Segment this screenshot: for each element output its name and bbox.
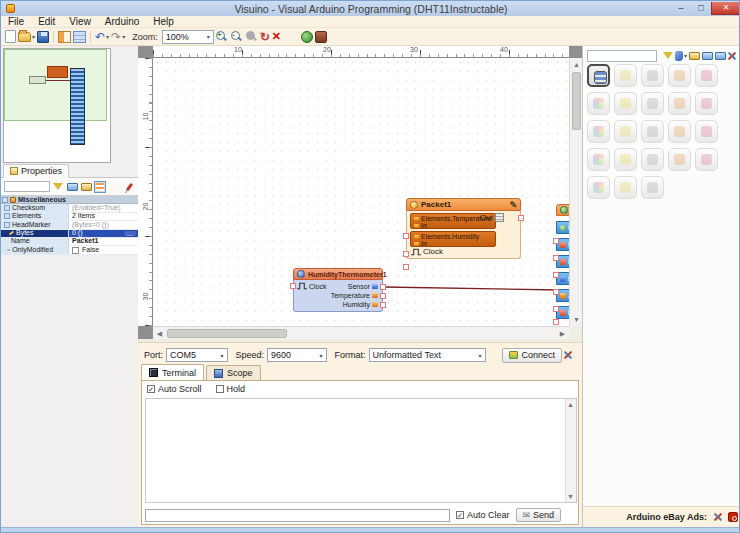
toggle-palette-panel-button[interactable] bbox=[73, 30, 86, 44]
arduino-analog-pin[interactable] bbox=[553, 306, 559, 312]
palette-category-button[interactable] bbox=[668, 64, 691, 87]
design-canvas[interactable]: Packet1 ✎ Elements.Temperature In Elemen… bbox=[153, 58, 569, 326]
properties-pin-button[interactable] bbox=[123, 181, 135, 193]
palette-category-button[interactable] bbox=[668, 148, 691, 171]
palette-category-button[interactable] bbox=[614, 148, 637, 171]
expand-icon[interactable] bbox=[4, 222, 10, 228]
arduino-digital-pin-connected[interactable] bbox=[553, 289, 559, 295]
humiditythermometer1-component[interactable]: HumidityThermometer1 Clock Sensor Temper… bbox=[293, 268, 383, 312]
packet-out-pin-label[interactable]: Out bbox=[480, 213, 504, 222]
properties-category-button[interactable] bbox=[66, 181, 78, 193]
terminal-send-input[interactable] bbox=[145, 509, 450, 522]
properties-view-button[interactable] bbox=[94, 181, 106, 193]
zoom-select[interactable]: 100% ▾ bbox=[162, 30, 214, 44]
toggle-properties-panel-button[interactable] bbox=[58, 30, 71, 44]
property-row-bytes-selected[interactable]: Bytes 0 () … bbox=[1, 230, 138, 238]
tab-properties[interactable]: Properties bbox=[3, 164, 69, 178]
zoom-in-button[interactable]: + bbox=[215, 30, 228, 44]
serial-customize-button[interactable] bbox=[562, 349, 574, 361]
open-file-button[interactable]: ▾ bbox=[18, 30, 35, 44]
palette-category-button[interactable] bbox=[668, 120, 691, 143]
canvas-vertical-scrollbar[interactable]: ▲ ▼ bbox=[569, 58, 582, 326]
scroll-up-arrow[interactable]: ▲ bbox=[565, 399, 576, 410]
new-file-button[interactable] bbox=[5, 30, 16, 44]
property-row-checksum[interactable]: Checksum (Enabled=True) bbox=[1, 204, 138, 212]
palette-folder2-button[interactable] bbox=[715, 50, 726, 62]
humiditythermometer1-header[interactable]: HumidityThermometer1 bbox=[293, 268, 383, 280]
ads-settings-button[interactable] bbox=[712, 511, 724, 523]
undo-button[interactable]: ↶▾ bbox=[95, 30, 109, 44]
overview-minimap[interactable] bbox=[3, 48, 111, 163]
humidity-sensor-pin[interactable] bbox=[380, 284, 386, 290]
speed-select[interactable]: 9600 ▾ bbox=[267, 348, 327, 362]
menu-file[interactable]: File bbox=[1, 16, 31, 27]
auto-scroll-checkbox[interactable]: ✓ bbox=[147, 385, 155, 393]
properties-sort-button[interactable] bbox=[80, 181, 92, 193]
palette-category-button[interactable] bbox=[641, 64, 664, 87]
palette-wizard-button[interactable]: ▾ bbox=[675, 50, 687, 62]
zoom-out-button[interactable]: - bbox=[230, 30, 243, 44]
arduino-digital-pin[interactable] bbox=[553, 255, 559, 261]
arduino-digital-pin[interactable] bbox=[553, 319, 559, 325]
delete-button[interactable]: ✕ bbox=[272, 30, 281, 44]
packet1-component[interactable]: Packet1 ✎ Elements.Temperature In Elemen… bbox=[406, 198, 521, 259]
connect-button[interactable]: Connect bbox=[502, 348, 563, 363]
humidity-humidity-pin[interactable] bbox=[380, 302, 386, 308]
vertical-scroll-thumb[interactable] bbox=[572, 72, 581, 130]
packet-in2-pin[interactable] bbox=[403, 251, 409, 257]
humidity-sensor-pin-label[interactable]: Sensor bbox=[348, 282, 378, 290]
packet-in1-pin[interactable] bbox=[403, 233, 409, 239]
palette-category-button[interactable] bbox=[587, 92, 610, 115]
expand-icon[interactable] bbox=[4, 205, 10, 211]
arduino-header[interactable]: Ard bbox=[556, 204, 569, 216]
arduino-in-pin[interactable] bbox=[553, 238, 559, 244]
palette-category-button[interactable] bbox=[668, 92, 691, 115]
palette-category-button[interactable] bbox=[695, 148, 718, 171]
tab-scope[interactable]: Scope bbox=[206, 365, 261, 380]
send-button[interactable]: ✉ Send bbox=[516, 508, 562, 522]
property-row-elements[interactable]: Elements 2 Items bbox=[1, 213, 138, 221]
expand-icon[interactable] bbox=[4, 213, 10, 219]
minimap-viewport[interactable] bbox=[4, 49, 107, 121]
edit-elements-icon[interactable]: ✎ bbox=[509, 200, 517, 210]
palette-category-button[interactable] bbox=[689, 50, 700, 62]
humidity-humidity-pin-label[interactable]: Humidity bbox=[343, 300, 378, 308]
palette-category-button[interactable] bbox=[641, 176, 664, 199]
minimize-button[interactable]: – bbox=[671, 2, 691, 15]
arduino-pin-in[interactable]: In bbox=[556, 221, 569, 234]
ads-close-button[interactable] bbox=[728, 512, 738, 522]
palette-search-input[interactable] bbox=[587, 50, 657, 62]
property-row-headmarker[interactable]: HeadMarker (Bytes=0 ()) bbox=[1, 221, 138, 229]
humidity-temperature-pin[interactable] bbox=[380, 293, 386, 299]
humidity-clock-pin[interactable] bbox=[290, 283, 296, 289]
canvas-horizontal-scrollbar[interactable]: ◀ ▶ bbox=[153, 326, 569, 339]
save-button[interactable] bbox=[37, 30, 49, 44]
scroll-down-arrow[interactable]: ▼ bbox=[565, 491, 576, 502]
scroll-left-arrow[interactable]: ◀ bbox=[153, 327, 166, 340]
close-button[interactable]: ✕ bbox=[711, 2, 740, 15]
property-row-name[interactable]: Name Packet1 bbox=[1, 238, 138, 246]
properties-search-input[interactable] bbox=[4, 181, 50, 192]
horizontal-scroll-thumb[interactable] bbox=[167, 329, 287, 338]
properties-filter-button[interactable] bbox=[52, 181, 64, 193]
maximize-button[interactable]: □ bbox=[691, 2, 711, 15]
arduino-component[interactable]: Ard In Digit Digit Digit Anal Digit bbox=[556, 204, 569, 326]
packet-out-pin[interactable] bbox=[518, 215, 524, 221]
palette-filter-button[interactable] bbox=[662, 50, 673, 62]
property-category-row[interactable]: Miscellaneous bbox=[1, 196, 138, 204]
packet-clock-pin-label[interactable]: Clock bbox=[411, 247, 443, 256]
property-row-onlymodified[interactable]: ≈OnlyModified False bbox=[1, 246, 138, 254]
palette-category-button[interactable] bbox=[614, 120, 637, 143]
palette-category-button[interactable] bbox=[695, 64, 718, 87]
upload-arduino-button[interactable] bbox=[315, 30, 327, 44]
palette-folder-button[interactable] bbox=[702, 50, 713, 62]
tab-terminal[interactable]: Terminal bbox=[141, 364, 204, 380]
packet-clock-pin[interactable] bbox=[403, 264, 409, 270]
redo-button[interactable]: ↷▾ bbox=[111, 30, 125, 44]
refresh-button[interactable]: ↻ bbox=[260, 30, 270, 44]
palette-category-button[interactable] bbox=[614, 92, 637, 115]
palette-category-button[interactable] bbox=[641, 120, 664, 143]
format-select[interactable]: Unformatted Text ▾ bbox=[369, 348, 486, 362]
palette-category-button[interactable] bbox=[587, 148, 610, 171]
compile-button[interactable] bbox=[301, 30, 313, 44]
